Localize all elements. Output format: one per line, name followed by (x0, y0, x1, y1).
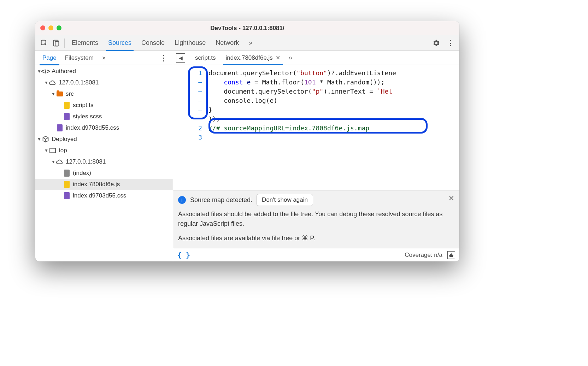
tab-network[interactable]: Network (211, 35, 244, 51)
tab-sources[interactable]: Sources (103, 35, 136, 51)
tree-origin[interactable]: ▼ 127.0.0.1:8081 (35, 77, 173, 88)
editor-tab-active[interactable]: index.7808df6e.js ✕ (221, 51, 285, 65)
css-file-icon (63, 113, 71, 120)
pretty-print-icon[interactable]: { } (177, 251, 190, 259)
window-controls (40, 25, 61, 30)
code-icon: </> (42, 67, 49, 75)
tree-label: (index) (73, 170, 91, 177)
source-map-infobar: i Source map detected. Don't show again … (173, 190, 459, 248)
tab-label: Console (141, 39, 165, 47)
cube-icon (42, 135, 49, 143)
tree-file[interactable]: script.ts (35, 100, 173, 111)
file-tree: ▼ </> Authored ▼ 127.0.0.1:8081 ▼ src (35, 65, 173, 261)
navigator-tabs-overflow-icon[interactable]: » (99, 54, 108, 61)
navigator-tab-page[interactable]: Page (38, 51, 61, 65)
tab-elements[interactable]: Elements (67, 35, 103, 51)
tree-label: src (66, 90, 74, 98)
tree-file[interactable]: styles.scss (35, 111, 173, 122)
frame-icon (49, 147, 57, 154)
editor-status-bar: { } Coverage: n/a (173, 248, 459, 261)
tabs-overflow-icon[interactable]: » (244, 35, 257, 51)
tab-console[interactable]: Console (136, 35, 170, 51)
close-window-button[interactable] (40, 25, 45, 30)
svg-rect-2 (55, 41, 59, 46)
titlebar: DevTools - 127.0.0.1:8081/ (35, 21, 459, 35)
css-file-icon (56, 124, 64, 132)
tab-label: index.7808df6e.js (226, 54, 273, 61)
js-file-icon (63, 101, 71, 109)
show-drawer-icon[interactable] (447, 251, 455, 259)
kebab-menu-icon[interactable]: ⋮ (445, 37, 457, 49)
tab-label: Page (42, 54, 57, 61)
dont-show-again-button[interactable]: Don't show again (257, 194, 313, 206)
css-file-icon (63, 192, 71, 200)
infobar-text: Associated files should be added to the … (178, 209, 454, 229)
tree-label: script.ts (73, 102, 94, 109)
source-map-comment: //# sourceMappingURL=index.7808df6e.js.m… (208, 124, 369, 132)
cloud-icon (49, 79, 57, 87)
infobar-text: Associated files are available via file … (178, 234, 454, 243)
coverage-status: Coverage: n/a (405, 252, 442, 259)
panels-tabstrip: Elements Sources Console Lighthouse Netw… (35, 35, 459, 51)
navigator-tab-filesystem[interactable]: Filesystem (61, 51, 98, 65)
info-icon: i (178, 196, 186, 204)
tree-frame-top[interactable]: ▼ top (35, 145, 173, 156)
tree-label: top (59, 147, 67, 154)
tree-label: styles.scss (73, 113, 102, 120)
tab-lighthouse[interactable]: Lighthouse (170, 35, 211, 51)
editor-tab[interactable]: script.ts (190, 51, 221, 65)
minimize-window-button[interactable] (48, 25, 53, 30)
button-label: Don't show again (262, 196, 308, 203)
tree-file[interactable]: index.d9703d55.css (35, 122, 173, 134)
infobar-close-icon[interactable]: ✕ (448, 194, 454, 202)
toggle-navigator-icon[interactable]: ◀ (176, 53, 185, 63)
tab-label: Sources (108, 39, 131, 47)
close-tab-icon[interactable]: ✕ (276, 54, 280, 61)
zoom-window-button[interactable] (57, 25, 61, 30)
navigator-tabs: Page Filesystem » ⋮ (35, 51, 173, 65)
tab-label: Elements (72, 39, 98, 47)
editor-pane: ◀ script.ts index.7808df6e.js ✕ » 1 – – … (173, 51, 459, 261)
tree-origin[interactable]: ▼ 127.0.0.1:8081 (35, 156, 173, 167)
tree-label: 127.0.0.1:8081 (59, 79, 99, 86)
sources-sidebar: Page Filesystem » ⋮ ▼ </> Authored ▼ 127 (35, 51, 173, 261)
tree-file-selected[interactable]: index.7808df6e.js (35, 179, 173, 190)
cloud-icon (56, 158, 64, 166)
tree-label: Authored (52, 68, 76, 75)
tab-label: Lighthouse (175, 39, 206, 47)
file-icon (63, 169, 71, 177)
navigator-kebab-icon[interactable]: ⋮ (154, 54, 173, 62)
editor-tabstrip: ◀ script.ts index.7808df6e.js ✕ » (173, 51, 459, 65)
tree-label: index.d9703d55.css (73, 192, 126, 199)
inspect-element-icon[interactable] (38, 37, 50, 49)
window-title: DevTools - 127.0.0.1:8081/ (210, 25, 284, 32)
tab-label: script.ts (195, 54, 216, 61)
line-gutter: 1 – – – – 2 3 (173, 65, 206, 190)
folder-icon (56, 90, 64, 98)
tree-label: index.7808df6e.js (73, 181, 120, 188)
tree-label: Deployed (52, 136, 77, 143)
tab-label: Network (216, 39, 239, 47)
js-file-icon (63, 181, 71, 188)
code-editor[interactable]: 1 – – – – 2 3 document.querySelector("bu… (173, 65, 459, 190)
settings-gear-icon[interactable] (430, 37, 442, 49)
tree-file[interactable]: index.d9703d55.css (35, 190, 173, 201)
devtools-window: DevTools - 127.0.0.1:8081/ Elements Sour… (35, 21, 459, 261)
tree-group-deployed[interactable]: ▼ Deployed (35, 134, 173, 145)
tree-label: index.d9703d55.css (66, 124, 119, 131)
tree-folder-src[interactable]: ▼ src (35, 88, 173, 100)
svg-rect-3 (50, 148, 55, 153)
tree-group-authored[interactable]: ▼ </> Authored (35, 66, 173, 77)
tree-label: 127.0.0.1:8081 (66, 158, 106, 165)
code-content: document.querySelector("button")?.addEve… (206, 65, 459, 190)
editor-tabs-overflow-icon[interactable]: » (285, 54, 296, 61)
tree-file[interactable]: (index) (35, 167, 173, 179)
tab-label: Filesystem (65, 54, 94, 61)
device-toolbar-icon[interactable] (50, 37, 62, 49)
infobar-title: Source map detected. (190, 196, 252, 204)
